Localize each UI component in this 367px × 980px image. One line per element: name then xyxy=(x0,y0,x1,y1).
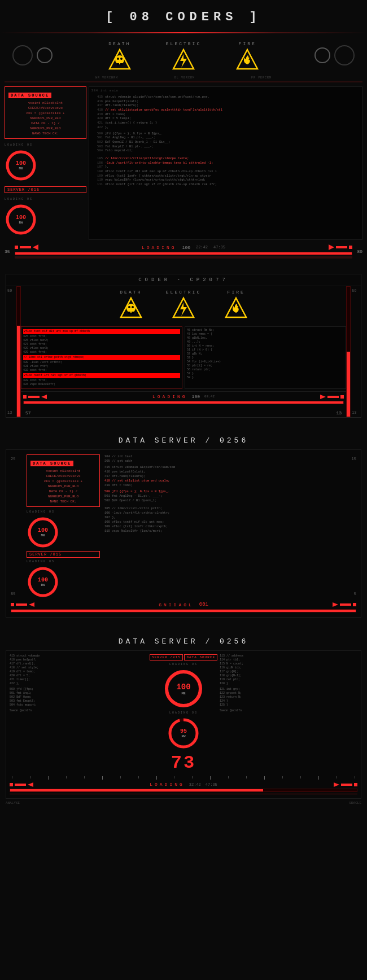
code-line: 419 dft = tomo; xyxy=(91,112,360,117)
code-line: 111 vfloc nxntf {lrt nlt sgt xf cf ghbst… xyxy=(91,182,360,187)
s2-red-rect xyxy=(28,396,40,398)
s2-loading-text: LOADING xyxy=(152,394,187,399)
s2-corner-right xyxy=(319,395,344,399)
red-rect-1 xyxy=(20,246,31,248)
ds1-side-left: 25 85 xyxy=(11,454,22,598)
ds1-data-source-text: vxcint nBlocksInt CHECK/cVxxcvxxcvx cks … xyxy=(30,469,96,504)
ds1-gauge1: 100 MB xyxy=(27,516,59,549)
svg-point-1 xyxy=(115,55,124,64)
svg-point-20 xyxy=(132,306,134,308)
svg-marker-30 xyxy=(333,602,338,607)
loading-full-row: 35 LOADING 100 22:42 47:35 xyxy=(5,244,362,259)
gauge1-circle: 100 MB xyxy=(5,149,37,182)
s4-timestamp2: 47:35 xyxy=(206,782,217,787)
fire-sublabel: FR VERCRM xyxy=(251,76,272,80)
code-line: 416 pos belputf(slati; xyxy=(91,99,360,104)
ds1-side-right: 15 5 xyxy=(345,454,356,598)
vert-bar-left xyxy=(16,286,21,417)
code-line: 421 jcnt_i_timer() { return 1; } xyxy=(91,121,360,125)
code-line: 109 vfloc {txt} lxnfr { cthkrn/xpth/sllc… xyxy=(91,174,360,178)
s2-loading-value: 100 xyxy=(192,394,200,399)
warning-electric-label: ELECTRIC xyxy=(166,41,201,46)
svg-marker-25 xyxy=(320,395,326,399)
svg-marker-37 xyxy=(334,782,339,787)
code-panel: 384 int main 415 struct vdomain alcpinf/… xyxy=(89,86,362,240)
code-line: 504 fsto mopcnt-bl; xyxy=(91,148,360,153)
gauge2-circle: 100 RW xyxy=(5,203,37,236)
main-content-area: DATA SOURCE vxcint nBlocksInt CHECK/cVxx… xyxy=(0,84,367,242)
red-square-1 xyxy=(15,246,18,249)
side-num-right: 80 xyxy=(357,249,362,254)
s4-loading-label: LOADING OS xyxy=(169,663,198,666)
gauge2-row: LOADING OS 100 RW xyxy=(5,198,86,236)
svg-point-4 xyxy=(117,58,119,60)
ds1-gauge2: 100 RW xyxy=(27,566,59,598)
ds1-gauge2-label: LOADING OS xyxy=(27,560,55,563)
s2-lightning-icon xyxy=(171,296,196,321)
s4-loading-text: LOADING xyxy=(150,782,185,787)
s4-track xyxy=(10,789,357,792)
ds1-data-source-title: DATA SOURCE xyxy=(30,461,73,466)
gauge2-value: 100 RW xyxy=(16,215,26,225)
right-circles xyxy=(313,44,356,67)
section2-title: CODER - CP2077 xyxy=(6,274,361,286)
ds1-gauge1-label: LOADING OS xyxy=(27,510,55,514)
ds1-track xyxy=(11,609,356,613)
s2-skull-icon xyxy=(119,296,143,321)
code-col-left: vfloc txnt nif dlt unt mso xp mf chbsth … xyxy=(21,326,182,389)
loading-bar-track xyxy=(15,252,353,255)
code-line: 107 }, xyxy=(91,165,360,169)
svg-point-5 xyxy=(120,58,123,60)
data-source-text: vxcint nBlocksInt CHECK/cVxxcvxxcvx cks … xyxy=(8,100,82,136)
s4-loading-label2: LOADING OS xyxy=(169,711,198,715)
code-line: 415 struct vdomain alcpinf/cor/sam/cam/c… xyxy=(91,95,360,99)
s2-red-rect-r xyxy=(327,396,339,398)
loading-bar-fill xyxy=(15,252,352,255)
data-server2-title: DATA SERVER / 0256 xyxy=(0,629,367,650)
s2-electric-label: ELECTRIC xyxy=(166,290,201,295)
lightning-icon xyxy=(171,47,196,72)
code-line: 502 $dF OpenlZ / Bl Openk_l - Bl $in__; xyxy=(91,140,360,145)
bottom-right-text: 0RACLE xyxy=(349,801,361,805)
circle-gauge-3 xyxy=(314,47,330,63)
svg-marker-14 xyxy=(329,244,334,250)
code-columns: vfloc txnt nif dlt unt mso xp mf chbsth … xyxy=(21,326,346,389)
bottom-left-text: ANALYSE xyxy=(6,801,20,805)
section1: DEATH ELECTRIC FIRE xyxy=(0,36,367,265)
warning-electric: ELECTRIC xyxy=(166,41,201,72)
s2-red-sq-r xyxy=(340,395,344,399)
side-numbers-right: 59 13 xyxy=(351,286,361,417)
ds1-server-label: SERVER /015 xyxy=(27,551,100,558)
fire-icon xyxy=(235,47,260,72)
code-line: 110 vspc NxlocINfr {lcm/c/mcrt/crtnz/pct… xyxy=(91,178,360,182)
s2-warning-fire: FIRE xyxy=(224,290,248,321)
s2-fire-icon xyxy=(224,296,248,321)
gauge2-loading-label: LOADING OS xyxy=(5,198,33,201)
code-line: 108 vfloc txntf nif dlt unt mso xp mf ch… xyxy=(91,169,360,174)
highlight-2: // ldmc xtl crtnz pctth stgt ntmcpe; xyxy=(23,355,180,360)
s4-loading-container: LOADING 32:42 47:35 xyxy=(10,782,357,795)
top-divider xyxy=(5,81,362,82)
red-rect-2 xyxy=(336,246,347,248)
code-line: 501 fmt AnglDeg - Bl.pt-, ___-; xyxy=(91,135,360,140)
s2-arrow-right xyxy=(319,395,326,399)
ds1-main: 25 85 DATA SOURCE vxcint nBlocksInt CHEC… xyxy=(11,454,356,598)
svg-rect-3 xyxy=(120,63,123,65)
code-line: 420 dft = 5 templ; xyxy=(91,116,360,121)
arrow-right xyxy=(325,244,334,250)
warning-row: DEATH ELECTRIC FIRE xyxy=(0,36,367,75)
highlight-1: vfloc txnt nif dlt unt mso xp mf chbsth xyxy=(23,329,180,334)
vert-bar-right-fill xyxy=(347,352,350,417)
loading-corner-left xyxy=(15,244,42,250)
header-title: [ 08 CODERS ] xyxy=(106,10,261,24)
gauge1-row: LOADING OS 100 MB xyxy=(5,143,86,182)
section4-top: 415 struct vdomain 416 pos belputf; 417 … xyxy=(10,654,357,750)
ds1-loading-text: GNIDAOL xyxy=(159,602,194,607)
section4-panel: 415 struct vdomain 416 pos belputf; 417 … xyxy=(6,650,361,799)
section2-wrapper: CODER - CP2077 59 13 DEATH xyxy=(0,265,367,422)
svg-rect-2 xyxy=(117,63,119,65)
ds1-corner-right xyxy=(11,602,36,607)
circle-gauge-2 xyxy=(37,47,53,63)
data-source-box: DATA SOURCE vxcint nBlocksInt CHECK/cVxx… xyxy=(5,86,86,139)
svg-rect-17 xyxy=(128,312,130,314)
